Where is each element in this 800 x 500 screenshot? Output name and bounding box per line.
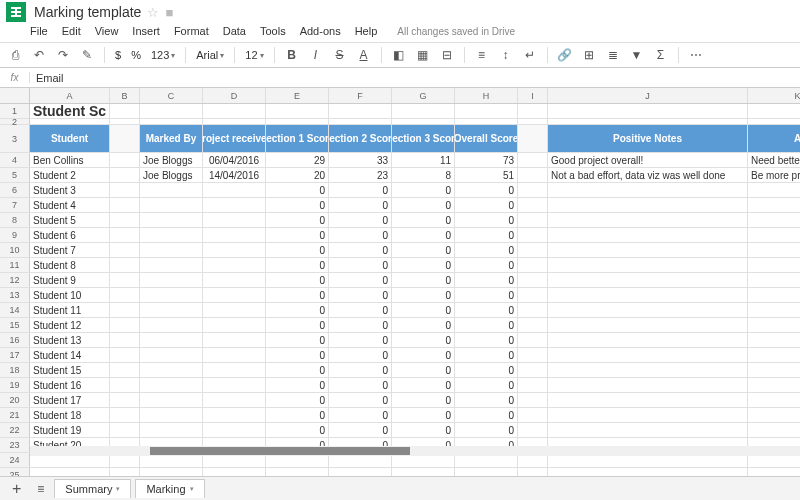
- col-header[interactable]: C: [140, 88, 203, 103]
- cell-s1[interactable]: 0: [266, 303, 329, 317]
- cell-student[interactable]: Student 5: [30, 213, 110, 227]
- cell-s2[interactable]: 0: [329, 228, 392, 242]
- cell-student[interactable]: Student 6: [30, 228, 110, 242]
- cell-notes[interactable]: [548, 333, 748, 347]
- row-header[interactable]: 23: [0, 438, 30, 452]
- col-header[interactable]: E: [266, 88, 329, 103]
- cell-s3[interactable]: 0: [392, 318, 455, 332]
- cell-notes[interactable]: [548, 303, 748, 317]
- cell-notes[interactable]: Good project overall!: [548, 153, 748, 167]
- cell[interactable]: [518, 348, 548, 362]
- cell-marked[interactable]: [140, 288, 203, 302]
- cell-marked[interactable]: Joe Bloggs: [140, 168, 203, 182]
- cell-marked[interactable]: [140, 258, 203, 272]
- cell-s2[interactable]: 0: [329, 408, 392, 422]
- cell-marked[interactable]: [140, 183, 203, 197]
- col-header[interactable]: I: [518, 88, 548, 103]
- cell-areas[interactable]: [748, 183, 800, 197]
- cell-student[interactable]: Student 9: [30, 273, 110, 287]
- cell-s1[interactable]: 0: [266, 318, 329, 332]
- cell[interactable]: [30, 119, 110, 124]
- tab-marking[interactable]: Marking▾: [135, 479, 204, 498]
- cell-student[interactable]: Student 17: [30, 393, 110, 407]
- cell-s3[interactable]: 0: [392, 348, 455, 362]
- cell-s2[interactable]: 0: [329, 303, 392, 317]
- cell-student[interactable]: Student 13: [30, 333, 110, 347]
- cell-s1[interactable]: 0: [266, 423, 329, 437]
- cell-s3[interactable]: 0: [392, 258, 455, 272]
- cell-overall[interactable]: 0: [455, 198, 518, 212]
- cell[interactable]: [518, 104, 548, 118]
- cell[interactable]: [392, 119, 455, 124]
- cell-overall[interactable]: 0: [455, 333, 518, 347]
- cell-s2[interactable]: 0: [329, 393, 392, 407]
- cell-marked[interactable]: [140, 408, 203, 422]
- cell[interactable]: [518, 423, 548, 437]
- header-student[interactable]: Student: [30, 125, 110, 152]
- cell-overall[interactable]: 0: [455, 393, 518, 407]
- cell[interactable]: [110, 153, 140, 167]
- cell-marked[interactable]: [140, 228, 203, 242]
- cell-s3[interactable]: 0: [392, 408, 455, 422]
- cell-student[interactable]: Ben Collins: [30, 153, 110, 167]
- menu-help[interactable]: Help: [355, 25, 378, 37]
- cell-s3[interactable]: 0: [392, 183, 455, 197]
- cell-s3[interactable]: 11: [392, 153, 455, 167]
- cell-s1[interactable]: 0: [266, 288, 329, 302]
- cell-marked[interactable]: [140, 198, 203, 212]
- cell[interactable]: [518, 183, 548, 197]
- grid[interactable]: A B C D E F G H I J K 1 Student Sc 2 3 S…: [0, 88, 800, 480]
- header-s1[interactable]: Section 1 Score: [266, 125, 329, 152]
- row-header[interactable]: 17: [0, 348, 30, 362]
- cell-recv[interactable]: [203, 273, 266, 287]
- font-select[interactable]: Arial▾: [194, 49, 226, 61]
- header-notes[interactable]: Positive Notes: [548, 125, 748, 152]
- cell-student[interactable]: Student 18: [30, 408, 110, 422]
- horizontal-scrollbar[interactable]: [30, 446, 800, 456]
- cell-s3[interactable]: 0: [392, 378, 455, 392]
- cell[interactable]: [518, 168, 548, 182]
- currency-button[interactable]: $: [113, 49, 123, 61]
- cell[interactable]: [548, 119, 748, 124]
- cell-areas[interactable]: Be more precise w: [748, 168, 800, 182]
- cell-recv[interactable]: [203, 288, 266, 302]
- cell-recv[interactable]: 06/04/2016: [203, 153, 266, 167]
- col-header[interactable]: H: [455, 88, 518, 103]
- cell-recv[interactable]: [203, 318, 266, 332]
- cell[interactable]: [518, 125, 548, 152]
- cell[interactable]: [518, 213, 548, 227]
- cell-marked[interactable]: [140, 378, 203, 392]
- cell[interactable]: [110, 303, 140, 317]
- cell-overall[interactable]: 0: [455, 258, 518, 272]
- cell[interactable]: [518, 333, 548, 347]
- cell-s2[interactable]: 0: [329, 348, 392, 362]
- strike-button[interactable]: S: [331, 46, 349, 64]
- cell-marked[interactable]: [140, 423, 203, 437]
- cell-s2[interactable]: 0: [329, 183, 392, 197]
- star-icon[interactable]: ☆: [147, 5, 159, 20]
- cell-s1[interactable]: 0: [266, 333, 329, 347]
- cell-recv[interactable]: [203, 258, 266, 272]
- bold-button[interactable]: B: [283, 46, 301, 64]
- sheets-logo[interactable]: [6, 2, 26, 22]
- row-header[interactable]: 15: [0, 318, 30, 332]
- row-header[interactable]: 2: [0, 119, 30, 124]
- cell[interactable]: [329, 119, 392, 124]
- cell-recv[interactable]: [203, 408, 266, 422]
- cell-s1[interactable]: 0: [266, 273, 329, 287]
- cell[interactable]: [455, 104, 518, 118]
- menu-format[interactable]: Format: [174, 25, 209, 37]
- cell[interactable]: [392, 104, 455, 118]
- cell-s1[interactable]: 0: [266, 198, 329, 212]
- cell-s1[interactable]: 0: [266, 348, 329, 362]
- cell-areas[interactable]: [748, 198, 800, 212]
- cell-student[interactable]: Student 15: [30, 363, 110, 377]
- doc-title[interactable]: Marking template: [34, 4, 141, 20]
- redo-icon[interactable]: ↷: [54, 46, 72, 64]
- cell-areas[interactable]: [748, 423, 800, 437]
- cell-overall[interactable]: 0: [455, 408, 518, 422]
- cell[interactable]: [329, 104, 392, 118]
- borders-icon[interactable]: ▦: [414, 46, 432, 64]
- cell-overall[interactable]: 0: [455, 243, 518, 257]
- cell-notes[interactable]: [548, 423, 748, 437]
